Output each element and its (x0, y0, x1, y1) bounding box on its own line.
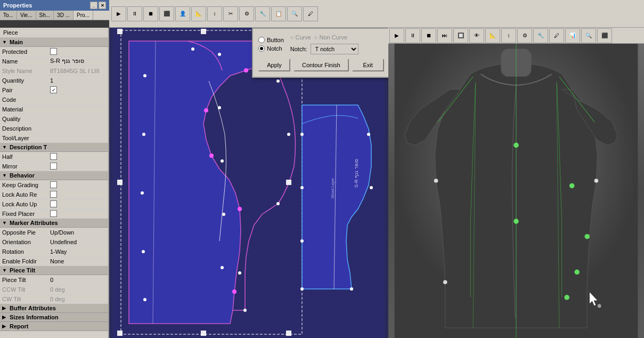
notch-type-select[interactable]: T notch L notch V notch Square notch (311, 44, 358, 54)
section-buffer[interactable]: ▶ Buffer Attributes (0, 304, 108, 313)
contour-finish-button[interactable]: Contour Finish (294, 59, 349, 71)
toolbar-btn-7[interactable]: ↕ (207, 6, 222, 21)
button-notch-dialog: Button Notch ○ Curve ○ Non C (252, 28, 388, 78)
section-marker[interactable]: ▼ Marker Attributes (0, 219, 108, 228)
3d-btn-9[interactable]: ⚙ (517, 28, 532, 43)
exit-button[interactable]: Exit (352, 59, 384, 71)
3d-btn-8[interactable]: ↕ (501, 28, 516, 43)
section-description-t-label: Description T (10, 144, 47, 150)
notch-label: Notch: (290, 46, 307, 52)
curve-option[interactable]: ○ Curve (290, 34, 311, 41)
prop-lock-auto-re-checkbox[interactable] (50, 191, 57, 198)
section-piece-tilt[interactable]: ▼ Piece Tilt (0, 266, 108, 275)
svg-point-40 (350, 287, 353, 291)
prop-quality: Quality (0, 114, 108, 124)
prop-style-name-value: 8T16845G SL I LIII (50, 68, 106, 74)
prop-keep-grading-checkbox[interactable] (50, 181, 57, 188)
toolbar-btn-3[interactable]: ⏹ (143, 6, 158, 21)
3d-viewport[interactable]: ⊕ (388, 44, 644, 338)
tab-3d[interactable]: 3D ... (54, 11, 74, 20)
section-sizes[interactable]: ▶ Sizes Information (0, 313, 108, 322)
prop-lock-auto-up-checkbox[interactable] (50, 200, 57, 207)
prop-piece-tilt-value[interactable]: 0 (50, 277, 106, 283)
toolbar-btn-13[interactable]: 🖊 (303, 6, 318, 21)
svg-point-17 (221, 159, 224, 163)
toolbar-btn-2[interactable]: ⏸ (127, 6, 142, 21)
prop-pair-checkbox[interactable] (50, 86, 57, 93)
3d-btn-7[interactable]: 📐 (485, 28, 500, 43)
section-behavior-content: Keep Grading Lock Auto Re Lock Auto Up F… (0, 180, 108, 219)
3d-btn-14[interactable]: ⬛ (597, 28, 612, 43)
tab-vie[interactable]: Vie... (17, 11, 36, 20)
section-main[interactable]: ▼ Main (0, 38, 108, 47)
svg-point-41 (300, 287, 304, 291)
3d-btn-3[interactable]: ⏹ (421, 28, 436, 43)
tab-sh[interactable]: Sh... (36, 11, 54, 20)
section-description-t[interactable]: ▼ Description T (0, 143, 108, 152)
radio-group: Button Notch (258, 37, 284, 52)
section-behavior[interactable]: ▼ Behavior (0, 171, 108, 180)
3d-btn-4[interactable]: ⏭ (437, 28, 452, 43)
prop-tool-layer-label: Tool/Layer (2, 135, 50, 141)
prop-name-value[interactable]: S-R סופר גנף (50, 58, 106, 65)
prop-orientation-label: Orientation (2, 239, 50, 245)
prop-quantity-value[interactable]: 1 (50, 77, 106, 84)
tab-pro[interactable]: Pro... (74, 11, 93, 20)
tab-to[interactable]: To... (0, 11, 17, 20)
svg-point-18 (222, 213, 225, 216)
prop-rotation-value[interactable]: 1-Way (50, 248, 106, 255)
prop-keep-grading-label: Keep Grading (2, 182, 50, 188)
prop-mirror-checkbox[interactable] (50, 163, 57, 170)
3d-btn-1[interactable]: ▶ (389, 28, 404, 43)
radio-button-circle[interactable] (258, 37, 265, 43)
toolbar-btn-4[interactable]: ⬛ (159, 6, 174, 21)
prop-opposite-pie-value[interactable]: Up/Down (50, 229, 106, 236)
prop-rotation: Rotation 1-Way (0, 247, 108, 256)
radio-notch-option[interactable]: Notch (258, 45, 284, 52)
svg-point-22 (276, 79, 280, 83)
toolbar-btn-10[interactable]: 🔧 (255, 6, 270, 21)
3d-btn-2[interactable]: ⏸ (405, 28, 420, 43)
toolbar-btn-9[interactable]: ⚙ (239, 6, 254, 21)
svg-point-20 (238, 271, 241, 275)
prop-orientation-value[interactable]: Undefined (50, 239, 106, 245)
radio-button-option[interactable]: Button (258, 37, 284, 43)
non-curve-option[interactable]: ○ Non Curve (314, 34, 347, 41)
section-report[interactable]: ▶ Report (0, 322, 108, 331)
radio-notch-circle[interactable] (258, 45, 265, 52)
svg-point-58 (434, 179, 438, 183)
3d-btn-10[interactable]: 🔧 (533, 28, 548, 43)
toolbar-btn-5[interactable]: 👤 (175, 6, 190, 21)
svg-point-37 (300, 239, 304, 243)
apply-button[interactable]: Apply (258, 59, 290, 71)
svg-point-9 (143, 74, 146, 77)
3d-btn-12[interactable]: 📊 (565, 28, 580, 43)
3d-btn-11[interactable]: 🖊 (549, 28, 564, 43)
prop-half-checkbox[interactable] (50, 153, 57, 160)
toolbar-btn-12[interactable]: 🔍 (287, 6, 302, 21)
3d-btn-5[interactable]: 🔲 (453, 28, 468, 43)
prop-mirror: Mirror (0, 162, 108, 171)
prop-material-label: Material (2, 106, 50, 112)
svg-point-55 (584, 234, 590, 239)
svg-point-11 (141, 191, 144, 195)
3d-btn-13[interactable]: 🔍 (581, 28, 596, 43)
toolbar-btn-11[interactable]: 📋 (271, 6, 286, 21)
prop-ccw-tilt-value: 0 deg (50, 286, 106, 293)
close-button[interactable]: ✕ (99, 2, 106, 9)
prop-enable-foldir-value[interactable]: None (50, 258, 106, 264)
section-marker-label: Marker Attributes (10, 220, 58, 226)
prop-orientation: Orientation Undefined (0, 237, 108, 247)
3d-btn-6[interactable]: 👁 (469, 28, 484, 43)
prop-cw-tilt-value: 0 deg (50, 296, 106, 302)
prop-fixed-placer-checkbox[interactable] (50, 210, 57, 217)
toolbar-btn-8[interactable]: ✂ (223, 6, 238, 21)
section-behavior-label: Behavior (10, 172, 35, 179)
toolbar-btn-1[interactable]: ▶ (111, 6, 126, 21)
svg-point-5 (204, 108, 208, 112)
minimize-button[interactable]: _ (90, 2, 97, 9)
prop-opposite-pie: Opposite Pie Up/Down (0, 228, 108, 237)
svg-rect-30 (286, 180, 291, 185)
toolbar-btn-6[interactable]: 📐 (191, 6, 206, 21)
prop-protected-checkbox[interactable] (50, 48, 57, 55)
